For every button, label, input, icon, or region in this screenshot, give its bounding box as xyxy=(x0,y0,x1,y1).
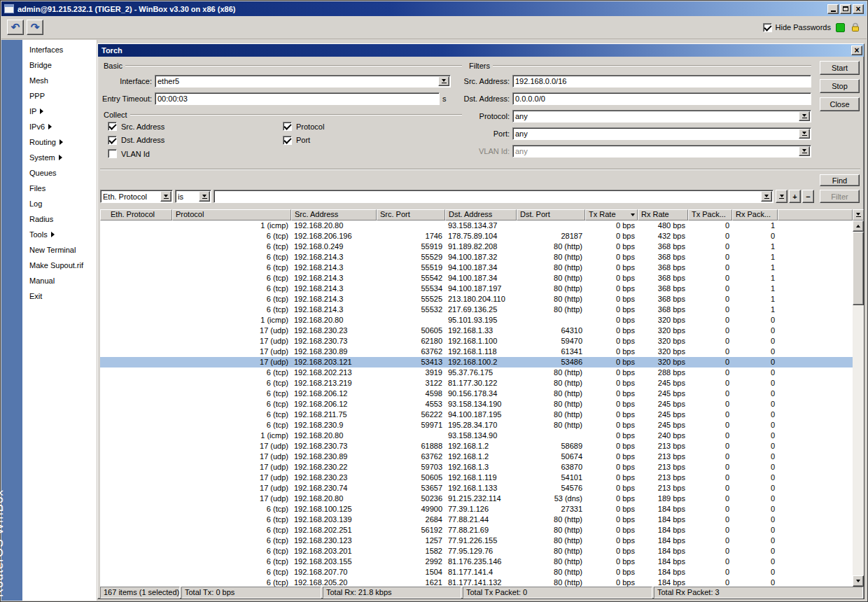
entry-timeout-input[interactable]: 00:00:03 xyxy=(155,92,440,105)
col-eth-protocol[interactable]: Eth. Protocol xyxy=(100,209,172,220)
find-button[interactable]: Find xyxy=(820,174,860,186)
interface-select[interactable]: ether5 xyxy=(155,75,451,88)
collect-checkbox[interactable]: VLAN Id xyxy=(108,147,283,161)
table-row[interactable]: 6 (tcp) 192.168.203.155 2992 81.176.235.… xyxy=(100,556,853,567)
table-row[interactable]: 6 (tcp) 192.168.206.12 4553 93.158.134.1… xyxy=(100,399,853,410)
filter-value-dropdown-icon[interactable] xyxy=(761,191,772,202)
table-scrollbar[interactable] xyxy=(853,220,864,587)
collect-checkbox[interactable]: Port xyxy=(283,134,458,148)
table-row[interactable]: 17 (udp) 192.168.230.74 53657 192.168.1.… xyxy=(100,483,853,493)
table-row[interactable]: 6 (tcp) 192.168.214.3 55534 94.100.187.1… xyxy=(100,284,853,294)
sidebar-item[interactable]: Mesh xyxy=(22,73,97,88)
sidebar-item[interactable]: Routing xyxy=(22,134,97,150)
table-row[interactable]: 6 (tcp) 192.168.214.3 55532 217.69.136.2… xyxy=(100,304,853,315)
redo-button[interactable]: ↷ xyxy=(27,20,43,35)
sidebar-item[interactable]: Log xyxy=(22,196,97,211)
stop-button[interactable]: Stop xyxy=(820,79,860,93)
table-row[interactable]: 6 (tcp) 192.168.214.3 55529 94.100.187.3… xyxy=(100,252,853,262)
sidebar-item[interactable]: Queues xyxy=(22,165,97,181)
col-rx-packet[interactable]: Rx Pack... xyxy=(732,209,778,220)
sidebar-item[interactable]: Tools xyxy=(22,227,97,242)
column-select-button[interactable] xyxy=(853,209,864,220)
maximize-button[interactable] xyxy=(840,4,851,14)
sidebar-item[interactable]: IPv6 xyxy=(22,119,97,134)
filter-port-select[interactable]: any xyxy=(512,127,811,140)
table-row[interactable]: 6 (tcp) 192.168.230.123 1257 77.91.226.1… xyxy=(100,536,853,546)
table-row[interactable]: 17 (udp) 192.168.20.80 50236 91.215.232.… xyxy=(100,493,853,504)
filter-value-input[interactable] xyxy=(214,190,774,203)
table-row[interactable]: 6 (tcp) 192.168.230.9 59971 195.28.34.17… xyxy=(100,420,853,430)
table-row[interactable]: 6 (tcp) 192.168.207.70 1504 81.177.141.4… xyxy=(100,567,853,578)
sidebar-item[interactable]: PPP xyxy=(22,88,97,104)
table-row[interactable]: 17 (udp) 192.168.203.121 53413 192.168.1… xyxy=(100,357,853,368)
table-row[interactable]: 17 (udp) 192.168.230.23 50605 192.168.1.… xyxy=(100,472,853,483)
sort-icon[interactable] xyxy=(631,214,635,216)
col-protocol[interactable]: Protocol xyxy=(172,209,291,220)
sidebar-item[interactable]: System xyxy=(22,150,97,165)
col-dst-port[interactable]: Dst. Port xyxy=(517,209,585,220)
torch-titlebar[interactable]: Torch × xyxy=(98,44,864,57)
sidebar-item[interactable]: Bridge xyxy=(22,57,97,73)
col-tx-packet[interactable]: Tx Pack... xyxy=(688,209,732,220)
filter-dst-address-input[interactable]: 0.0.0.0/0 xyxy=(512,92,811,105)
table-row[interactable]: 17 (udp) 192.168.230.73 61888 192.168.1.… xyxy=(100,441,853,451)
table-row[interactable]: 6 (tcp) 192.168.202.213 3919 95.37.76.17… xyxy=(100,368,853,378)
col-tx-rate[interactable]: Tx Rate xyxy=(585,209,638,220)
table-row[interactable]: 6 (tcp) 192.168.203.139 2684 77.88.21.44… xyxy=(100,514,853,525)
filter-menu-button[interactable] xyxy=(776,190,788,203)
table-row[interactable]: 6 (tcp) 192.168.206.196 1746 178.75.89.1… xyxy=(100,231,853,241)
collect-checkbox[interactable]: Protocol xyxy=(283,120,458,134)
table-row[interactable]: 6 (tcp) 192.168.206.12 4598 90.156.178.3… xyxy=(100,388,853,399)
sidebar-item[interactable]: Files xyxy=(22,181,97,196)
table-row[interactable]: 6 (tcp) 192.168.211.75 56222 94.100.187.… xyxy=(100,410,853,420)
hide-passwords-checkbox[interactable]: Hide Passwords xyxy=(763,23,831,32)
table-row[interactable]: 17 (udp) 192.168.230.89 63762 192.168.1.… xyxy=(100,451,853,462)
table-row[interactable]: 17 (udp) 192.168.230.73 62180 192.168.1.… xyxy=(100,336,853,346)
table-row[interactable]: 1 (icmp) 192.168.20.80 95.101.93.195 0 b… xyxy=(100,315,853,326)
filter-src-address-input[interactable]: 192.168.0.0/16 xyxy=(512,75,811,88)
table-row[interactable]: 6 (tcp) 192.168.214.3 55525 213.180.204.… xyxy=(100,294,853,304)
filter-op-select[interactable]: is xyxy=(175,190,211,203)
collect-checkbox[interactable]: Src. Address xyxy=(108,120,283,134)
filter-op-dropdown-icon[interactable] xyxy=(199,191,210,202)
table-row[interactable]: 17 (udp) 192.168.230.23 50605 192.168.1.… xyxy=(100,326,853,336)
filter-field-dropdown-icon[interactable] xyxy=(160,191,172,202)
collect-checkbox[interactable]: Dst. Address xyxy=(108,134,283,148)
table-row[interactable]: 17 (udp) 192.168.230.89 63762 192.168.1.… xyxy=(100,346,853,357)
add-filter-button[interactable]: + xyxy=(789,190,801,203)
col-rx-rate[interactable]: Rx Rate xyxy=(638,209,688,220)
sidebar-item[interactable]: IP xyxy=(22,104,97,119)
titlebar[interactable]: admin@91.215.232.1 (TIGER_2) - WinBox v3… xyxy=(1,1,867,16)
col-src-port[interactable]: Src. Port xyxy=(377,209,445,220)
sidebar-item[interactable]: Radius xyxy=(22,211,97,227)
start-button[interactable]: Start xyxy=(820,61,860,75)
close-button[interactable]: × xyxy=(853,4,864,14)
sidebar-item[interactable]: Interfaces xyxy=(22,42,97,57)
table-row[interactable]: 6 (tcp) 192.168.214.3 55519 94.100.187.3… xyxy=(100,262,853,273)
col-dst-address[interactable]: Dst. Address xyxy=(445,209,517,220)
torch-close-button[interactable]: × xyxy=(851,46,862,55)
filter-protocol-select[interactable]: any xyxy=(512,110,811,122)
table-row[interactable]: 6 (tcp) 192.168.202.251 56192 77.88.21.6… xyxy=(100,525,853,536)
port-dropdown-icon[interactable] xyxy=(799,129,810,139)
sidebar-item[interactable]: Make Supout.rif xyxy=(22,258,97,273)
table-row[interactable]: 1 (icmp) 192.168.20.80 93.158.134.37 0 b… xyxy=(100,220,853,231)
scrollbar-thumb[interactable] xyxy=(853,232,864,305)
minimize-button[interactable] xyxy=(827,4,839,14)
remove-filter-button[interactable]: − xyxy=(802,190,814,203)
sidebar-item[interactable]: New Terminal xyxy=(22,242,97,258)
table-row[interactable]: 6 (tcp) 192.168.0.249 55919 91.189.82.20… xyxy=(100,241,853,252)
protocol-dropdown-icon[interactable] xyxy=(799,111,810,121)
table-row[interactable]: 6 (tcp) 192.168.213.219 3122 81.177.30.1… xyxy=(100,378,853,388)
table-row[interactable]: 17 (udp) 192.168.230.22 59703 192.168.1.… xyxy=(100,462,853,472)
table-row[interactable]: 6 (tcp) 192.168.214.3 55542 94.100.187.3… xyxy=(100,273,853,284)
table-row[interactable]: 1 (icmp) 192.168.20.80 93.158.134.90 0 b… xyxy=(100,430,853,441)
table-row[interactable]: 6 (tcp) 192.168.203.201 1582 77.95.129.7… xyxy=(100,546,853,556)
table-row[interactable]: 6 (tcp) 192.168.205.20 1621 81.177.141.1… xyxy=(100,578,853,587)
scroll-up-button[interactable] xyxy=(853,220,864,232)
undo-button[interactable]: ↶ xyxy=(7,20,24,35)
table-row[interactable]: 6 (tcp) 192.168.100.125 49900 77.39.1.12… xyxy=(100,504,853,514)
sidebar-item[interactable]: Exit xyxy=(22,288,97,304)
col-src-address[interactable]: Src. Address xyxy=(291,209,377,220)
sidebar-item[interactable]: Manual xyxy=(22,273,97,288)
